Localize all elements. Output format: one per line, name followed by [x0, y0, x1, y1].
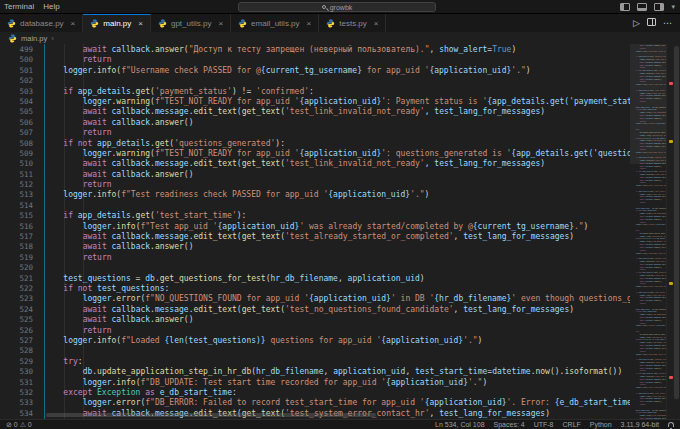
- notifications-bell-icon[interactable]: [668, 422, 674, 427]
- command-center-text: growbk: [330, 4, 353, 11]
- status-bar: ⊘ 0 ⚠ 0 Ln 534, Col 108Spaces: 4UTF-8CRL…: [0, 419, 680, 429]
- code-area[interactable]: await callback.answer("Доступ к тесту за…: [44, 44, 630, 419]
- menu-bar: Terminal Help: [0, 2, 60, 11]
- line-number: 514: [0, 201, 33, 211]
- line-number: 499: [0, 45, 33, 55]
- close-tab-icon[interactable]: ×: [218, 19, 223, 28]
- python-file-icon: [90, 19, 99, 28]
- more-actions-icon[interactable]: ⋯: [663, 18, 672, 28]
- line-number: 511: [0, 170, 33, 180]
- line-number: 500: [0, 55, 33, 65]
- tab-label: tests.py: [339, 19, 367, 28]
- close-tab-icon[interactable]: ×: [138, 19, 143, 28]
- tab-bar: database.py×main.py×gpt_utils.py×email_u…: [0, 14, 680, 32]
- tab-label: gpt_utils.py: [171, 19, 211, 28]
- tab-main.py[interactable]: main.py×: [83, 14, 151, 32]
- line-number: 530: [0, 367, 33, 377]
- tab-database.py[interactable]: database.py×: [0, 14, 83, 32]
- editor: 4995005015025035045055065075085095105115…: [0, 44, 680, 419]
- breadcrumb: main.py ›: [0, 32, 680, 44]
- line-number: 505: [0, 107, 33, 117]
- line-number: 504: [0, 97, 33, 107]
- python-file-icon: [326, 19, 335, 28]
- warning-mark: [669, 282, 673, 285]
- line-number: 507: [0, 128, 33, 138]
- close-tab-icon[interactable]: ×: [71, 19, 76, 28]
- close-tab-icon[interactable]: ×: [307, 19, 312, 28]
- warning-mark: [669, 140, 673, 143]
- line-number: 526: [0, 326, 33, 336]
- run-python-file-icon[interactable]: ▷: [633, 18, 640, 28]
- vertical-scrollbar[interactable]: [674, 46, 679, 399]
- minimap-slider[interactable]: [630, 44, 666, 164]
- menu-help[interactable]: Help: [43, 2, 59, 11]
- horizontal-scrollbar[interactable]: [46, 413, 376, 417]
- vscode-window: Terminal Help growbk ▾ database.py×main.…: [0, 0, 680, 429]
- status-python-interpreter[interactable]: 3.11.9 64-bit: [621, 421, 659, 428]
- line-number: 531: [0, 378, 33, 388]
- line-number: 502: [0, 76, 33, 86]
- tab-bar-tabs: database.py×main.py×gpt_utils.py×email_u…: [0, 14, 625, 32]
- tab-gpt_utils.py[interactable]: gpt_utils.py×: [151, 14, 231, 32]
- line-number-gutter: 4995005015025035045055065075085095105115…: [0, 44, 44, 419]
- line-number: 520: [0, 263, 33, 273]
- line-number: 508: [0, 139, 33, 149]
- line-number: 534: [0, 409, 33, 419]
- line-number: 506: [0, 118, 33, 128]
- title-bar: Terminal Help growbk ▾: [0, 0, 680, 14]
- line-number: 529: [0, 357, 33, 367]
- status-eol[interactable]: CRLF: [563, 421, 581, 428]
- customize-layout-icon[interactable]: ▾: [671, 3, 675, 11]
- toggle-primary-sidebar-icon[interactable]: [620, 3, 630, 11]
- menu-terminal[interactable]: Terminal: [4, 2, 34, 11]
- line-number: 501: [0, 66, 33, 76]
- tab-email_utils.py[interactable]: email_utils.py×: [231, 14, 319, 32]
- python-file-icon: [8, 34, 17, 43]
- line-number: 528: [0, 346, 33, 356]
- error-mark: [669, 82, 673, 85]
- title-bar-icons: ▾: [620, 3, 675, 11]
- line-number: 515: [0, 211, 33, 221]
- line-number: 510: [0, 159, 33, 169]
- line-number: 532: [0, 388, 33, 398]
- line-number: 518: [0, 242, 33, 252]
- tab-label: database.py: [20, 19, 64, 28]
- split-editor-icon[interactable]: [647, 18, 656, 28]
- status-problems[interactable]: ⊘ 0 ⚠ 0: [6, 421, 32, 429]
- line-number: 522: [0, 284, 33, 294]
- python-file-icon: [158, 19, 167, 28]
- status-cursor-position[interactable]: Ln 534, Col 108: [435, 421, 484, 428]
- line-number: 533: [0, 398, 33, 408]
- python-file-icon: [238, 19, 247, 28]
- line-number: 509: [0, 149, 33, 159]
- line-number: 523: [0, 294, 33, 304]
- line-number: 512: [0, 180, 33, 190]
- overview-ruler[interactable]: [666, 44, 680, 419]
- breadcrumb-item-file[interactable]: main.py: [21, 34, 47, 43]
- minimap[interactable]: await callback.answer("Доступ к тесту за…: [630, 44, 666, 419]
- tab-tests.py[interactable]: tests.py×: [319, 14, 386, 32]
- tab-label: main.py: [103, 19, 131, 28]
- status-language-mode[interactable]: Python: [590, 421, 612, 428]
- python-file-icon: [7, 19, 16, 28]
- line-number: 503: [0, 87, 33, 97]
- search-icon: [322, 5, 326, 9]
- close-tab-icon[interactable]: ×: [374, 19, 379, 28]
- editor-actions: ▷⋯: [625, 14, 680, 32]
- error-mark: [669, 376, 673, 379]
- toggle-panel-icon[interactable]: [637, 3, 647, 11]
- toggle-secondary-sidebar-icon[interactable]: [654, 3, 664, 11]
- status-indentation[interactable]: Spaces: 4: [494, 421, 525, 428]
- line-number: 521: [0, 274, 33, 284]
- line-number: 516: [0, 222, 33, 232]
- line-number: 519: [0, 253, 33, 263]
- chevron-right-icon: ›: [51, 34, 54, 43]
- line-number: 524: [0, 305, 33, 315]
- tab-label: email_utils.py: [251, 19, 299, 28]
- command-center-search[interactable]: growbk: [238, 2, 436, 12]
- line-number: 525: [0, 315, 33, 325]
- line-number: 517: [0, 232, 33, 242]
- line-number: 527: [0, 336, 33, 346]
- line-number: 513: [0, 190, 33, 200]
- status-encoding[interactable]: UTF-8: [534, 421, 554, 428]
